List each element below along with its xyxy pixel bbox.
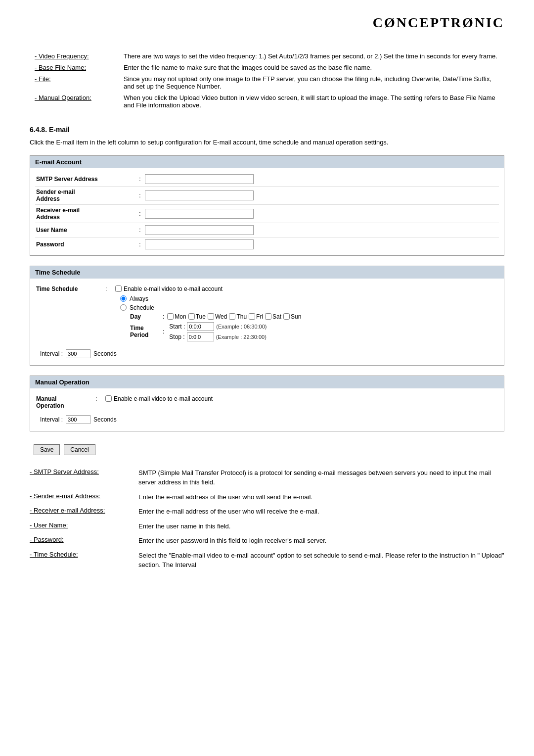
top-def-label: - Video Frequency: xyxy=(30,50,119,62)
manual-interval-input[interactable] xyxy=(66,415,90,424)
top-def-label: - File: xyxy=(30,73,119,92)
start-input[interactable] xyxy=(187,322,214,331)
manual-operation-header: Manual Operation xyxy=(30,376,504,388)
day-checkbox-label[interactable]: Wed xyxy=(208,313,227,320)
manual-operation-body: ManualOperation : Enable e-mail video to… xyxy=(30,388,504,431)
start-example: (Example : 06:30:00) xyxy=(216,324,267,330)
email-field-colon: : xyxy=(135,227,145,234)
email-field-colon: : xyxy=(135,192,145,199)
email-field-input[interactable] xyxy=(145,225,254,235)
button-row: Save Cancel xyxy=(30,441,504,458)
email-field-label: Password xyxy=(36,241,135,248)
email-field-label: User Name xyxy=(36,227,135,234)
save-button[interactable]: Save xyxy=(34,444,60,455)
stop-label: Stop : xyxy=(169,333,184,340)
start-row: Start : (Example : 06:30:00) xyxy=(169,322,267,331)
time-period-row-container: TimePeriod : Start : (Example : 06:30:00… xyxy=(130,322,498,341)
time-period-block: Start : (Example : 06:30:00) Stop : (Exa… xyxy=(169,322,267,341)
interval-unit: Seconds xyxy=(93,350,117,357)
email-field-label: SMTP Server Address xyxy=(36,176,135,183)
day-checkbox-sat[interactable] xyxy=(265,313,271,320)
stop-example: (Example : 22:30:00) xyxy=(216,334,267,340)
email-field-row: SMTP Server Address : xyxy=(35,172,499,187)
enable-checkbox-row: Enable e-mail video to e-mail account xyxy=(115,285,498,292)
manual-enable-label: Enable e-mail video to e-mail account xyxy=(114,395,213,402)
day-checkbox-label[interactable]: Sat xyxy=(265,313,281,320)
schedule-row-radio: Schedule xyxy=(120,304,498,311)
logo: CØNCEPTRØNIC xyxy=(373,15,504,30)
top-def-text: Enter the file name to make sure that th… xyxy=(119,62,504,73)
always-radio[interactable] xyxy=(120,295,127,302)
day-checkbox-label[interactable]: Sun xyxy=(283,313,301,320)
bottom-def-label: - Receiver e-mail Address: xyxy=(30,507,138,517)
day-checkbox-label[interactable]: Tue xyxy=(188,313,206,320)
day-checkboxes: MonTueWedThuFriSatSun xyxy=(167,313,301,320)
day-label-text: Sat xyxy=(272,313,281,320)
manual-colon: : xyxy=(95,395,105,402)
email-account-header: E-mail Account xyxy=(30,156,504,168)
interval-input[interactable] xyxy=(66,349,90,358)
top-def-text: When you click the Upload Video button i… xyxy=(119,92,504,111)
email-field-input[interactable] xyxy=(145,190,254,200)
email-account-body: SMTP Server Address : Sender e-mailAddre… xyxy=(30,168,504,255)
day-checkbox-sun[interactable] xyxy=(283,313,290,320)
day-checkbox-label[interactable]: Fri xyxy=(249,313,263,320)
always-row: Always xyxy=(120,295,498,302)
top-def-row: - Base File Name: Enter the file name to… xyxy=(30,62,504,73)
top-def-row: - Manual Operation: When you click the U… xyxy=(30,92,504,111)
bottom-definitions: - SMTP Server Address: SMTP (Simple Mail… xyxy=(30,468,504,570)
schedule-radio[interactable] xyxy=(120,304,127,311)
day-label-text: Sun xyxy=(291,313,301,320)
bottom-def-label: - Password: xyxy=(30,536,138,546)
time-schedule-content: Enable e-mail video to e-mail account Al… xyxy=(115,285,498,343)
email-field-colon: : xyxy=(135,210,145,217)
email-field-row: Sender e-mailAddress : xyxy=(35,187,499,205)
email-field-row: Password : xyxy=(35,237,499,251)
day-checkbox-fri[interactable] xyxy=(249,313,255,320)
schedule-detail: Day : MonTueWedThuFriSatSun TimePeriod :… xyxy=(130,313,498,341)
day-label-text: Fri xyxy=(256,313,263,320)
bottom-def-label: - Time Schedule: xyxy=(30,551,138,570)
day-checkbox-label[interactable]: Mon xyxy=(167,313,186,320)
day-checkbox-tue[interactable] xyxy=(188,313,195,320)
bottom-def-label: - User Name: xyxy=(30,521,138,531)
email-field-input[interactable] xyxy=(145,174,254,184)
day-label-text: Tue xyxy=(196,313,206,320)
radio-group: Always Schedule xyxy=(120,295,498,311)
top-definitions: - Video Frequency: There are two ways to… xyxy=(30,50,504,111)
day-checkbox-label[interactable]: Thu xyxy=(229,313,247,320)
bottom-def-label: - Sender e-mail Address: xyxy=(30,492,138,502)
manual-checkbox-row: Enable e-mail video to e-mail account xyxy=(105,395,498,402)
email-field-label: Sender e-mailAddress xyxy=(36,189,135,202)
bottom-def-text: Enter the e-mail address of the user who… xyxy=(138,507,504,517)
time-schedule-body: Time Schedule : Enable e-mail video to e… xyxy=(30,279,504,365)
enable-email-checkbox[interactable] xyxy=(115,285,122,292)
day-label-text: Mon xyxy=(175,313,186,320)
day-row: Day : MonTueWedThuFriSatSun xyxy=(130,313,498,320)
email-field-input[interactable] xyxy=(145,209,254,219)
bottom-def-row: - User Name: Enter the user name in this… xyxy=(30,521,504,531)
email-field-label: Receiver e-mailAddress xyxy=(36,207,135,221)
manual-operation-panel: Manual Operation ManualOperation : Enabl… xyxy=(30,376,504,431)
email-field-row: Receiver e-mailAddress : xyxy=(35,205,499,223)
email-field-input[interactable] xyxy=(145,239,254,249)
manual-enable-checkbox[interactable] xyxy=(105,395,112,402)
stop-input[interactable] xyxy=(187,332,214,341)
interval-row: Interval : Seconds xyxy=(35,346,499,361)
schedule-label-text: Schedule xyxy=(130,304,154,311)
email-field-row: User Name : xyxy=(35,223,499,237)
day-checkbox-thu[interactable] xyxy=(229,313,235,320)
email-field-colon: : xyxy=(135,241,145,248)
day-checkbox-wed[interactable] xyxy=(208,313,214,320)
bottom-def-text: Select the "Enable-mail video to e-mail … xyxy=(138,551,504,570)
top-def-label: - Manual Operation: xyxy=(30,92,119,111)
day-label: Day xyxy=(130,313,160,320)
email-field-colon: : xyxy=(135,176,145,183)
day-checkbox-mon[interactable] xyxy=(167,313,174,320)
manual-interval-label: Interval : xyxy=(40,416,63,423)
top-def-text: There are two ways to set the video freq… xyxy=(119,50,504,62)
cancel-button[interactable]: Cancel xyxy=(64,444,95,455)
day-label-text: Wed xyxy=(215,313,227,320)
bottom-def-label: - SMTP Server Address: xyxy=(30,468,138,487)
bottom-def-row: - Password: Enter the user password in t… xyxy=(30,536,504,546)
